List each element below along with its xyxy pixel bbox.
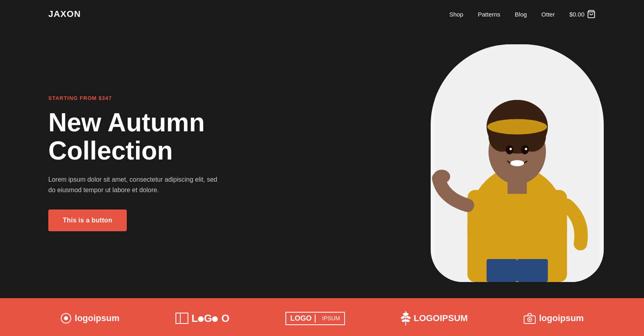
logo3-sublabel: IPSUM bbox=[319, 315, 340, 321]
hero-title: New Autumn Collection bbox=[48, 108, 250, 165]
nav-otter[interactable]: Otter bbox=[541, 11, 555, 18]
logo5-icon bbox=[524, 313, 536, 324]
logos-band: logoipsum LG O LOGO IPSUM LOGOIPSUM bbox=[0, 298, 644, 336]
logo2-label: LG bbox=[192, 312, 218, 325]
svg-point-26 bbox=[406, 315, 411, 319]
hero-person-illustration bbox=[431, 44, 604, 282]
cart-button[interactable]: $0.00 bbox=[569, 10, 596, 19]
svg-point-20 bbox=[64, 316, 68, 320]
site-logo[interactable]: JAXON bbox=[48, 9, 81, 19]
svg-rect-18 bbox=[517, 259, 548, 282]
logo5-label: logoipsum bbox=[539, 313, 584, 324]
logo-item-2: LG O bbox=[175, 312, 229, 325]
logo2-icon bbox=[175, 313, 188, 324]
logo-item-3: LOGO IPSUM bbox=[285, 312, 345, 325]
svg-point-16 bbox=[433, 170, 450, 183]
hero-content: STARTING FROM $347 New Autumn Collection… bbox=[48, 95, 250, 232]
hero-image bbox=[431, 44, 604, 282]
svg-point-24 bbox=[403, 313, 409, 316]
cart-price: $0.00 bbox=[569, 11, 584, 18]
logo4-icon bbox=[401, 311, 411, 326]
svg-point-25 bbox=[401, 315, 406, 319]
svg-rect-21 bbox=[176, 313, 188, 324]
hero-section: STARTING FROM $347 New Autumn Collection… bbox=[0, 28, 644, 298]
cart-icon bbox=[587, 10, 596, 19]
logo-item-1: logoipsum bbox=[60, 313, 120, 324]
svg-rect-17 bbox=[487, 259, 517, 282]
hero-description: Lorem ipsum dolor sit amet, consectetur … bbox=[48, 174, 221, 195]
svg-point-27 bbox=[401, 319, 406, 322]
logo1-label: logoipsum bbox=[75, 313, 120, 324]
logo1-icon bbox=[60, 313, 72, 324]
svg-point-10 bbox=[487, 119, 547, 135]
svg-point-31 bbox=[529, 319, 530, 320]
svg-point-14 bbox=[525, 148, 527, 150]
logo2-text: O bbox=[221, 312, 229, 325]
svg-point-28 bbox=[405, 319, 410, 322]
logo-item-5: logoipsum bbox=[524, 313, 584, 324]
logo-item-4: LOGOIPSUM bbox=[401, 311, 468, 326]
logo4-label: LOGOIPSUM bbox=[414, 313, 468, 324]
nav-blog[interactable]: Blog bbox=[515, 11, 527, 18]
logo3-label: LOGO bbox=[290, 314, 316, 323]
navigation: JAXON Shop Patterns Blog Otter $0.00 bbox=[0, 0, 644, 28]
svg-point-12 bbox=[521, 145, 529, 154]
hero-subtitle: STARTING FROM $347 bbox=[48, 95, 250, 101]
svg-point-13 bbox=[510, 148, 512, 150]
nav-links: Shop Patterns Blog Otter $0.00 bbox=[449, 10, 596, 19]
svg-point-15 bbox=[510, 160, 524, 166]
hero-cta-button[interactable]: This is a button bbox=[48, 209, 127, 231]
svg-point-11 bbox=[506, 145, 513, 154]
nav-shop[interactable]: Shop bbox=[449, 11, 463, 18]
nav-patterns[interactable]: Patterns bbox=[478, 11, 500, 18]
